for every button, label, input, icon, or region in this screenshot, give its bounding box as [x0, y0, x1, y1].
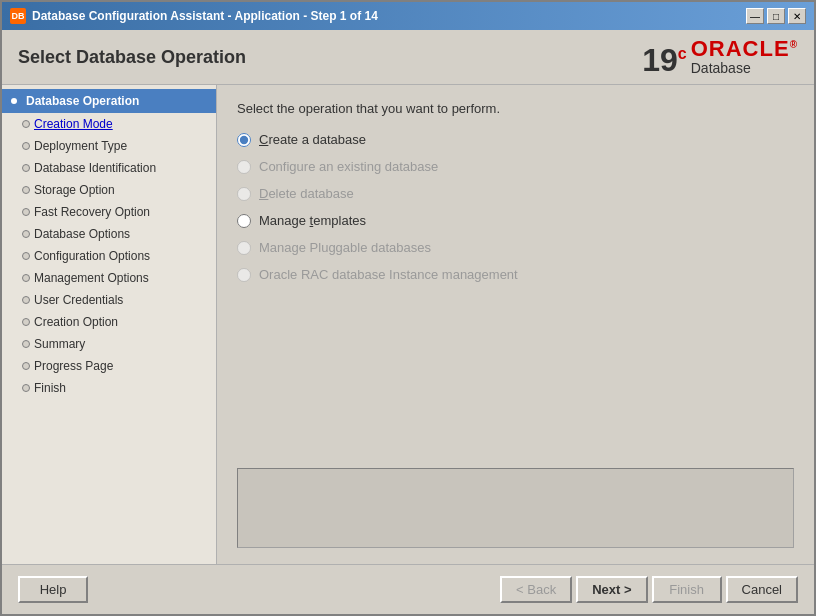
sidebar-label-management-options: Management Options: [34, 271, 149, 285]
instruction-text: Select the operation that you want to pe…: [237, 101, 794, 116]
radio-item-create-db[interactable]: Create a database: [237, 132, 794, 147]
sidebar-label-finish: Finish: [34, 381, 66, 395]
restore-button[interactable]: □: [767, 8, 785, 24]
radio-manage-pluggable: [237, 241, 251, 255]
app-icon: DB: [10, 8, 26, 24]
sidebar-label-database-identification: Database Identification: [34, 161, 156, 175]
oracle-logo: 19c ORACLE® Database: [642, 38, 798, 76]
main-panel: Select the operation that you want to pe…: [217, 85, 814, 564]
sidebar-item-configuration-options[interactable]: Configuration Options: [2, 245, 216, 267]
oracle-brand: ORACLE®: [691, 38, 798, 60]
nav-buttons: < Back Next > Finish Cancel: [500, 576, 798, 603]
sidebar-item-creation-option[interactable]: Creation Option: [2, 311, 216, 333]
radio-label-oracle-rac: Oracle RAC database Instance management: [259, 267, 518, 282]
oracle-version: 19c: [642, 44, 687, 76]
sidebar-item-finish[interactable]: Finish: [2, 377, 216, 399]
sidebar-label-configuration-options: Configuration Options: [34, 249, 150, 263]
minimize-button[interactable]: —: [746, 8, 764, 24]
cancel-button[interactable]: Cancel: [726, 576, 798, 603]
sidebar-item-management-options[interactable]: Management Options: [2, 267, 216, 289]
radio-label-manage-templates: Manage templates: [259, 213, 366, 228]
radio-manage-templates[interactable]: [237, 214, 251, 228]
step-dot-13: [22, 384, 30, 392]
radio-item-oracle-rac: Oracle RAC database Instance management: [237, 267, 794, 282]
radio-create-db[interactable]: [237, 133, 251, 147]
step-dot-12: [22, 362, 30, 370]
sidebar-label-deployment-type: Deployment Type: [34, 139, 127, 153]
info-box: [237, 468, 794, 548]
radio-item-manage-pluggable: Manage Pluggable databases: [237, 240, 794, 255]
radio-group: Create a database Configure an existing …: [237, 132, 794, 282]
sidebar-item-storage-option[interactable]: Storage Option: [2, 179, 216, 201]
step-dot-11: [22, 340, 30, 348]
radio-item-configure-existing: Configure an existing database: [237, 159, 794, 174]
sidebar-item-creation-mode[interactable]: Creation Mode: [2, 113, 216, 135]
radio-label-create-db: Create a database: [259, 132, 366, 147]
main-window: DB Database Configuration Assistant - Ap…: [0, 0, 816, 616]
sidebar-item-database-identification[interactable]: Database Identification: [2, 157, 216, 179]
step-dot-3: [22, 164, 30, 172]
window-title: Database Configuration Assistant - Appli…: [32, 9, 746, 23]
step-dot-10: [22, 318, 30, 326]
sidebar-label-storage-option: Storage Option: [34, 183, 115, 197]
radio-label-configure-existing: Configure an existing database: [259, 159, 438, 174]
sidebar-item-database-options[interactable]: Database Options: [2, 223, 216, 245]
oracle-brand-block: ORACLE® Database: [691, 38, 798, 76]
help-button[interactable]: Help: [18, 576, 88, 603]
header-bar: Select Database Operation 19c ORACLE® Da…: [2, 30, 814, 85]
finish-button[interactable]: Finish: [652, 576, 722, 603]
radio-label-manage-pluggable: Manage Pluggable databases: [259, 240, 431, 255]
step-dot-8: [22, 274, 30, 282]
step-dot-5: [22, 208, 30, 216]
close-button[interactable]: ✕: [788, 8, 806, 24]
sidebar-label-database-operation: Database Operation: [26, 94, 139, 108]
step-dot-7: [22, 252, 30, 260]
sidebar-item-deployment-type[interactable]: Deployment Type: [2, 135, 216, 157]
next-button[interactable]: Next >: [576, 576, 647, 603]
radio-configure-existing: [237, 160, 251, 174]
radio-item-delete-db: Delete database: [237, 186, 794, 201]
radio-label-delete-db: Delete database: [259, 186, 354, 201]
sidebar-item-database-operation[interactable]: Database Operation: [2, 89, 216, 113]
oracle-product: Database: [691, 60, 751, 76]
bottom-bar: Help < Back Next > Finish Cancel: [2, 564, 814, 614]
title-bar: DB Database Configuration Assistant - Ap…: [2, 2, 814, 30]
radio-delete-db: [237, 187, 251, 201]
radio-oracle-rac: [237, 268, 251, 282]
radio-item-manage-templates[interactable]: Manage templates: [237, 213, 794, 228]
sidebar-label-creation-mode: Creation Mode: [34, 117, 113, 131]
sidebar-item-user-credentials[interactable]: User Credentials: [2, 289, 216, 311]
sidebar-label-progress-page: Progress Page: [34, 359, 113, 373]
sidebar-item-summary[interactable]: Summary: [2, 333, 216, 355]
step-dot-6: [22, 230, 30, 238]
sidebar-label-fast-recovery-option: Fast Recovery Option: [34, 205, 150, 219]
page-title: Select Database Operation: [18, 47, 246, 68]
step-dot-1: [22, 120, 30, 128]
step-indicator-0: [6, 93, 22, 109]
sidebar-item-progress-page[interactable]: Progress Page: [2, 355, 216, 377]
step-dot-4: [22, 186, 30, 194]
svg-point-0: [11, 98, 17, 104]
back-button[interactable]: < Back: [500, 576, 572, 603]
sidebar: Database Operation Creation Mode Deploym…: [2, 85, 217, 564]
sidebar-label-user-credentials: User Credentials: [34, 293, 123, 307]
content-area: Database Operation Creation Mode Deploym…: [2, 85, 814, 564]
sidebar-label-database-options: Database Options: [34, 227, 130, 241]
step-dot-9: [22, 296, 30, 304]
window-controls: — □ ✕: [746, 8, 806, 24]
sidebar-label-creation-option: Creation Option: [34, 315, 118, 329]
step-dot-2: [22, 142, 30, 150]
sidebar-label-summary: Summary: [34, 337, 85, 351]
sidebar-item-fast-recovery-option[interactable]: Fast Recovery Option: [2, 201, 216, 223]
